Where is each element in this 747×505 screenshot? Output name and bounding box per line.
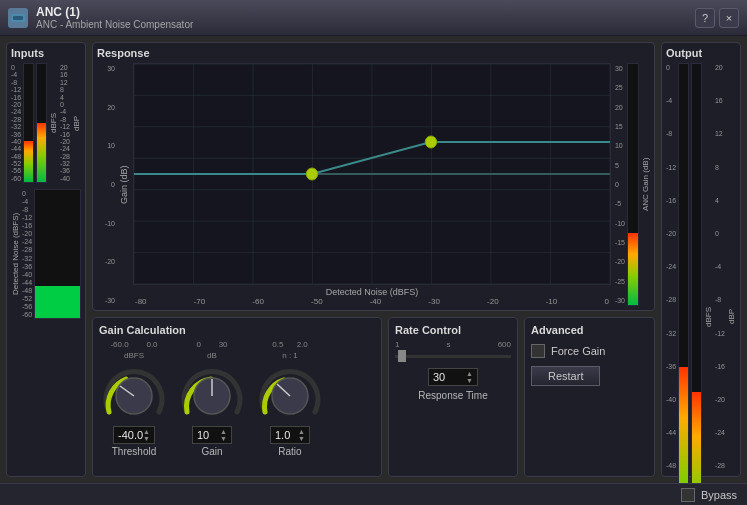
right-axis-area: 302520151050-5-10-15-20-25-30 ANC Gain (… — [615, 63, 650, 306]
gain-unit: dB — [207, 351, 217, 360]
x-scale: -80-70-60-50-40-30-20-100 — [133, 297, 611, 306]
dp-vertical-label: dBP — [72, 64, 81, 182]
ratio-knob-svg[interactable] — [255, 364, 325, 424]
bypass-label: Bypass — [701, 489, 737, 501]
threshold-knob-item: -60.0 0.0 dBFS — [99, 340, 169, 457]
output-dp-label: dBP — [727, 64, 736, 505]
input-vu-bar-2 — [36, 63, 47, 183]
response-title: Response — [97, 47, 650, 59]
force-gain-row: Force Gain — [531, 344, 648, 358]
gain-knob-svg[interactable] — [177, 364, 247, 424]
ratio-unit: n : 1 — [282, 351, 298, 360]
window-title: ANC (1) — [36, 5, 695, 19]
inputs-panel: Inputs 0-4-8-12-16-20-24-28-32-36-40-44-… — [6, 42, 86, 477]
left-y-scale: 3020100-10-20-30 — [97, 63, 115, 306]
output-vu-bar-1 — [678, 63, 689, 505]
right-y-scale: 302520151050-5-10-15-20-25-30 — [615, 63, 625, 306]
chart-area: Gain (dB) — [97, 63, 650, 306]
rate-range: 1 s 600 — [395, 340, 511, 349]
output-vu-bar-2 — [691, 63, 702, 505]
svg-point-21 — [306, 168, 317, 180]
threshold-value-box[interactable]: -40.0 ▲▼ — [113, 426, 155, 444]
inputs-dp-scale: 201612840-4-8-12-16-20-24-28-32-36-40 — [60, 63, 70, 183]
window-subtitle: ANC - Ambient Noise Compensator — [36, 19, 695, 30]
force-gain-checkbox[interactable] — [531, 344, 545, 358]
ratio-range: 0.5 2.0 — [272, 340, 308, 349]
threshold-unit: dBFS — [124, 351, 144, 360]
gain-knob-item: 0 30 dB 10 — [177, 340, 247, 457]
rate-slider-thumb[interactable] — [398, 350, 406, 362]
threshold-stepper[interactable]: ▲▼ — [143, 428, 150, 442]
ratio-label: Ratio — [278, 446, 301, 457]
title-bar: ANC (1) ANC - Ambient Noise Compensator … — [0, 0, 747, 36]
output-dbfs-scale: 0-4-8-12-16-20-24-28-32-36-40-44-48-52-5… — [666, 63, 676, 505]
gain-calc-panel: Gain Calculation -60.0 0.0 dBFS — [92, 317, 382, 477]
title-text: ANC (1) ANC - Ambient Noise Compensator — [36, 5, 695, 30]
ratio-value-box[interactable]: 1.0 ▲▼ — [270, 426, 310, 444]
bypass-bar: Bypass — [0, 483, 747, 505]
anc-gain-vu-bar — [627, 63, 639, 306]
main-content: Inputs 0-4-8-12-16-20-24-28-32-36-40-44-… — [0, 36, 747, 505]
response-time-stepper[interactable]: ▲▼ — [466, 370, 473, 384]
output-dp-scale: 201612840-4-8-12-16-20-24-28-32-36-40 — [715, 63, 725, 505]
noise-vu-bar — [34, 189, 81, 319]
threshold-value: -40.0 — [118, 429, 143, 441]
response-panel: Response Gain (dB) — [92, 42, 655, 311]
dbfs-vertical-label: dBFS — [49, 64, 58, 182]
chart-wrapper: Detected Noise (dBFS) -80-70-60-50-40-30… — [133, 63, 611, 306]
app-icon — [8, 8, 28, 28]
gain-label: Gain — [201, 446, 222, 457]
threshold-label: Threshold — [112, 446, 156, 457]
rate-control-panel: Rate Control 1 s 600 — [388, 317, 518, 477]
x-axis-label: Detected Noise (dBFS) — [133, 287, 611, 297]
rate-slider-track[interactable] — [395, 355, 511, 358]
response-time-value: 30 — [433, 371, 445, 383]
svg-point-22 — [425, 136, 436, 148]
center-panels: Response Gain (dB) — [92, 42, 655, 477]
threshold-range: -60.0 0.0 — [110, 340, 157, 349]
restart-button[interactable]: Restart — [531, 366, 600, 386]
close-button[interactable]: × — [719, 8, 739, 28]
anc-gain-label: ANC Gain (dB) — [641, 63, 650, 306]
ratio-knob-item: 0.5 2.0 n : 1 1.0 — [255, 340, 325, 457]
advanced-title: Advanced — [531, 324, 648, 336]
gain-range: 0 30 — [196, 340, 227, 349]
advanced-panel: Advanced Force Gain Restart — [524, 317, 655, 477]
output-panel: Output 0-4-8-12-16-20-24-28-32-36-40-44-… — [661, 42, 741, 477]
inputs-title: Inputs — [11, 47, 81, 59]
rate-slider-area[interactable] — [395, 355, 511, 358]
gain-db-label: Gain (dB) — [119, 63, 129, 306]
gain-value-box[interactable]: 10 ▲▼ — [192, 426, 232, 444]
response-time-value-box[interactable]: 30 ▲▼ — [428, 368, 478, 386]
response-time-label: Response Time — [418, 390, 487, 401]
detected-noise-label: Detected Noise (dBFS) — [11, 189, 20, 319]
input-vu-bar-1 — [23, 63, 34, 183]
bottom-row: Gain Calculation -60.0 0.0 dBFS — [92, 317, 655, 477]
output-title: Output — [666, 47, 736, 59]
response-chart[interactable] — [133, 63, 611, 285]
output-dbfs-label: dBFS — [704, 64, 713, 505]
rate-unit: s — [447, 340, 451, 349]
inputs-dbfs-scale: 0-4-8-12-16-20-24-28-32-36-40-44-48-52-5… — [11, 63, 21, 183]
rate-control-title: Rate Control — [395, 324, 511, 336]
ratio-value: 1.0 — [275, 429, 290, 441]
threshold-knob-svg[interactable] — [99, 364, 169, 424]
gain-calc-title: Gain Calculation — [99, 324, 375, 336]
window-controls: ? × — [695, 8, 739, 28]
noise-dbfs-scale: 0-4-8-12-16-20-24-28-32-36-40-44-48-52-5… — [22, 189, 32, 319]
rate-knob-area: 1 s 600 30 ▲▼ — [395, 340, 511, 401]
ratio-stepper[interactable]: ▲▼ — [298, 428, 305, 442]
svg-rect-1 — [13, 16, 23, 20]
force-gain-label: Force Gain — [551, 345, 605, 357]
help-button[interactable]: ? — [695, 8, 715, 28]
gain-value: 10 — [197, 429, 209, 441]
bypass-checkbox[interactable] — [681, 488, 695, 502]
knob-row: -60.0 0.0 dBFS — [99, 340, 375, 457]
gain-stepper[interactable]: ▲▼ — [220, 428, 227, 442]
